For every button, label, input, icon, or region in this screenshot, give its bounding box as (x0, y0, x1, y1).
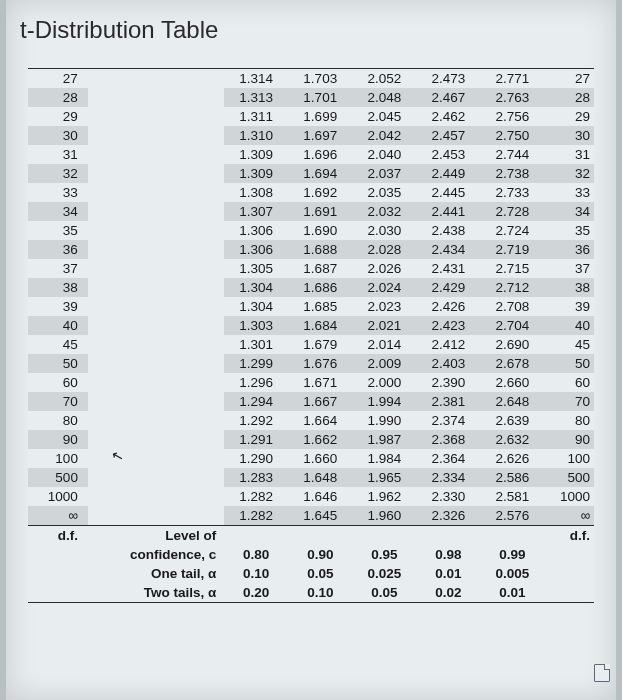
value-cell: 2.326 (416, 506, 480, 526)
table-row: 321.3091.6942.0372.4492.73832 (28, 164, 594, 183)
value-cell: 2.639 (480, 411, 544, 430)
value-cell: 1.962 (352, 487, 416, 506)
spacer-cell (88, 259, 224, 278)
footer-value: 0.05 (352, 583, 416, 603)
value-cell: 2.000 (352, 373, 416, 392)
table-row: 1001.2901.6601.9842.3642.626100 (28, 449, 594, 468)
value-cell: 2.368 (416, 430, 480, 449)
spacer-cell (88, 145, 224, 164)
footer-value: 0.99 (480, 545, 544, 564)
value-cell: 2.334 (416, 468, 480, 487)
df-left-cell: 28 (28, 88, 88, 107)
value-cell: 1.306 (224, 240, 288, 259)
footer-value: 0.10 (288, 583, 352, 603)
spacer-cell (88, 430, 224, 449)
table-row: 271.3141.7032.0522.4732.77127 (28, 69, 594, 89)
table-row: 371.3051.6872.0262.4312.71537 (28, 259, 594, 278)
df-left-cell: 38 (28, 278, 88, 297)
value-cell: 2.756 (480, 107, 544, 126)
df-left-cell: 36 (28, 240, 88, 259)
df-left-cell: 90 (28, 430, 88, 449)
value-cell: 2.457 (416, 126, 480, 145)
value-cell: 2.462 (416, 107, 480, 126)
df-right-cell: 37 (544, 259, 594, 278)
value-cell: 1.664 (288, 411, 352, 430)
value-cell: 1.282 (224, 506, 288, 526)
value-cell: 1.648 (288, 468, 352, 487)
value-cell: 2.626 (480, 449, 544, 468)
footer-value (288, 526, 352, 546)
value-cell: 2.586 (480, 468, 544, 487)
value-cell: 2.581 (480, 487, 544, 506)
value-cell: 2.014 (352, 335, 416, 354)
df-left-cell: 34 (28, 202, 88, 221)
df-left-cell: 100 (28, 449, 88, 468)
value-cell: 1.283 (224, 468, 288, 487)
footer-df-label-right (544, 583, 594, 603)
table-row: 381.3041.6862.0242.4292.71238 (28, 278, 594, 297)
df-left-cell: 27 (28, 69, 88, 89)
value-cell: 1.304 (224, 297, 288, 316)
value-cell: 2.632 (480, 430, 544, 449)
value-cell: 2.009 (352, 354, 416, 373)
df-right-cell: 90 (544, 430, 594, 449)
value-cell: 2.423 (416, 316, 480, 335)
footer-row: Two tails, α0.200.100.050.020.01 (28, 583, 594, 603)
value-cell: 1.671 (288, 373, 352, 392)
footer-value: 0.01 (480, 583, 544, 603)
table-row: 701.2941.6671.9942.3812.64870 (28, 392, 594, 411)
footer-df-label (28, 545, 88, 564)
value-cell: 1.688 (288, 240, 352, 259)
df-right-cell: 34 (544, 202, 594, 221)
df-right-cell: ∞ (544, 506, 594, 526)
df-right-cell: 60 (544, 373, 594, 392)
df-left-cell: 1000 (28, 487, 88, 506)
df-right-cell: 39 (544, 297, 594, 316)
table-row: 331.3081.6922.0352.4452.73333 (28, 183, 594, 202)
footer-row: confidence, c0.800.900.950.980.99 (28, 545, 594, 564)
value-cell: 1.694 (288, 164, 352, 183)
value-cell: 2.728 (480, 202, 544, 221)
value-cell: 2.678 (480, 354, 544, 373)
df-right-cell: 35 (544, 221, 594, 240)
value-cell: 1.646 (288, 487, 352, 506)
spacer-cell (88, 468, 224, 487)
value-cell: 1.294 (224, 392, 288, 411)
value-cell: 2.648 (480, 392, 544, 411)
footer-label: Level of (88, 526, 224, 546)
table-row: ∞1.2821.6451.9602.3262.576∞ (28, 506, 594, 526)
value-cell: 1.645 (288, 506, 352, 526)
value-cell: 1.301 (224, 335, 288, 354)
value-cell: 1.314 (224, 69, 288, 89)
table-row: 10001.2821.6461.9622.3302.5811000 (28, 487, 594, 506)
value-cell: 2.390 (416, 373, 480, 392)
footer-value: 0.02 (416, 583, 480, 603)
value-cell: 1.984 (352, 449, 416, 468)
value-cell: 2.449 (416, 164, 480, 183)
value-cell: 1.676 (288, 354, 352, 373)
df-left-cell: 80 (28, 411, 88, 430)
value-cell: 2.719 (480, 240, 544, 259)
value-cell: 2.733 (480, 183, 544, 202)
footer-label: One tail, α (88, 564, 224, 583)
df-right-cell: 40 (544, 316, 594, 335)
value-cell: 2.330 (416, 487, 480, 506)
spacer-cell (88, 88, 224, 107)
value-cell: 1.692 (288, 183, 352, 202)
value-cell: 1.679 (288, 335, 352, 354)
value-cell: 2.028 (352, 240, 416, 259)
footer-value (480, 526, 544, 546)
table-row: 601.2961.6712.0002.3902.66060 (28, 373, 594, 392)
value-cell: 1.309 (224, 145, 288, 164)
df-right-cell: 32 (544, 164, 594, 183)
spacer-cell (88, 335, 224, 354)
value-cell: 1.299 (224, 354, 288, 373)
spacer-cell (88, 449, 224, 468)
value-cell: 2.712 (480, 278, 544, 297)
value-cell: 2.374 (416, 411, 480, 430)
value-cell: 1.309 (224, 164, 288, 183)
table-row: 351.3061.6902.0302.4382.72435 (28, 221, 594, 240)
footer-value: 0.95 (352, 545, 416, 564)
value-cell: 2.048 (352, 88, 416, 107)
value-cell: 1.308 (224, 183, 288, 202)
